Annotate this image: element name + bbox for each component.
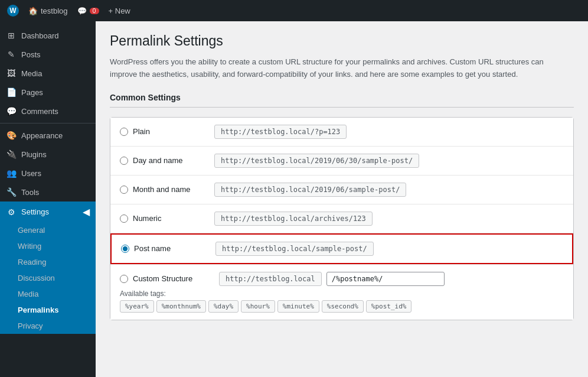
sidebar-item-plugins[interactable]: 🔌 Plugins xyxy=(0,145,96,164)
permalink-radio-day-name[interactable] xyxy=(120,157,128,165)
new-content-button[interactable]: + New xyxy=(109,6,130,15)
permalink-row-day-name: Day and name http://testblog.local/2019/… xyxy=(110,147,573,176)
tag-minute[interactable]: %minute% xyxy=(277,300,319,313)
permalink-url-numeric: http://testblog.local/archives/123 xyxy=(214,212,373,226)
tags-list: %year% %monthnum% %day% %hour% %minute% … xyxy=(120,300,564,313)
sidebar-divider-1 xyxy=(0,123,96,124)
intro-text: WordPress offers you the ability to crea… xyxy=(110,56,570,81)
users-icon: 👥 xyxy=(6,168,17,178)
tag-year[interactable]: %year% xyxy=(120,300,154,313)
custom-url-base: http://testblog.local xyxy=(219,272,322,286)
plugins-icon: 🔌 xyxy=(6,150,17,159)
sidebar-subitem-permalinks[interactable]: Permalinks xyxy=(0,302,96,318)
layout: ⊞ Dashboard ✎ Posts 🖼 Media 📄 Pages 💬 Co… xyxy=(0,21,588,377)
permalink-row-custom: Custom Structure http://testblog.local A… xyxy=(110,264,573,320)
sidebar-subitem-writing[interactable]: Writing xyxy=(0,238,96,254)
main-content: Permalink Settings WordPress offers you … xyxy=(96,21,588,377)
tag-second[interactable]: %second% xyxy=(322,300,364,313)
permalink-label-post-name[interactable]: Post name xyxy=(121,244,215,253)
sidebar-item-comments[interactable]: 💬 Comments xyxy=(0,102,96,121)
common-settings-heading: Common Settings xyxy=(110,93,574,108)
permalink-url-month-name: http://testblog.local/2019/06/sample-pos… xyxy=(214,183,406,197)
settings-icon: ⚙ xyxy=(6,207,17,217)
sidebar-item-users[interactable]: 👥 Users xyxy=(0,164,96,183)
tag-hour[interactable]: %hour% xyxy=(241,300,275,313)
sidebar-subitem-general[interactable]: General xyxy=(0,222,96,238)
permalink-radio-month-name[interactable] xyxy=(120,186,128,194)
sidebar-subitem-media-sub[interactable]: Media xyxy=(0,286,96,302)
sidebar-item-media[interactable]: 🖼 Media xyxy=(0,64,96,83)
permalink-label-plain[interactable]: Plain xyxy=(120,127,214,136)
sidebar-subitem-discussion[interactable]: Discussion xyxy=(0,270,96,286)
sidebar-item-pages[interactable]: 📄 Pages xyxy=(0,83,96,102)
comments-icon: 💬 xyxy=(6,106,17,116)
tag-monthnum[interactable]: %monthnum% xyxy=(156,300,206,313)
page-title: Permalink Settings xyxy=(110,33,574,49)
appearance-icon: 🎨 xyxy=(6,131,17,140)
tag-day[interactable]: %day% xyxy=(208,300,239,313)
tags-section: Available tags: %year% %monthnum% %day% … xyxy=(120,290,564,313)
custom-url-input[interactable] xyxy=(326,272,445,286)
permalink-url-plain: http://testblog.local/?p=123 xyxy=(214,125,347,139)
permalink-row-post-name: Post name http://testblog.local/sample-p… xyxy=(110,233,573,264)
permalink-row-numeric: Numeric http://testblog.local/archives/1… xyxy=(110,204,573,233)
sidebar-subitem-reading[interactable]: Reading xyxy=(0,254,96,270)
sidebar-item-appearance[interactable]: 🎨 Appearance xyxy=(0,126,96,145)
sidebar-item-tools[interactable]: 🔧 Tools xyxy=(0,183,96,202)
settings-arrow: ◀ xyxy=(83,206,90,217)
permalink-label-numeric[interactable]: Numeric xyxy=(120,214,214,223)
permalink-row-month-name: Month and name http://testblog.local/201… xyxy=(110,176,573,204)
settings-submenu: General Writing Reading Discussion Media… xyxy=(0,222,96,334)
dashboard-icon: ⊞ xyxy=(6,31,17,40)
permalink-label-custom[interactable]: Custom Structure xyxy=(120,274,214,283)
topbar: W 🏠 testblog 💬 0 + New xyxy=(0,0,588,21)
permalink-row-plain: Plain http://testblog.local/?p=123 xyxy=(110,118,573,147)
comments-badge: 0 xyxy=(90,8,99,14)
permalink-radio-post-name[interactable] xyxy=(121,245,129,253)
tags-label: Available tags: xyxy=(120,290,564,298)
sidebar-subitem-privacy[interactable]: Privacy xyxy=(0,318,96,334)
permalink-radio-plain[interactable] xyxy=(120,128,128,136)
media-icon: 🖼 xyxy=(6,69,17,78)
sidebar-item-posts[interactable]: ✎ Posts xyxy=(0,45,96,64)
pages-icon: 📄 xyxy=(6,87,17,97)
site-name[interactable]: 🏠 testblog xyxy=(28,6,68,15)
permalink-radio-custom[interactable] xyxy=(120,275,128,283)
comments-link[interactable]: 💬 0 xyxy=(77,6,99,15)
sidebar-item-dashboard[interactable]: ⊞ Dashboard xyxy=(0,26,96,45)
sidebar-item-settings[interactable]: ⚙ Settings ◀ xyxy=(0,202,96,222)
sidebar: ⊞ Dashboard ✎ Posts 🖼 Media 📄 Pages 💬 Co… xyxy=(0,21,96,377)
permalink-label-day-name[interactable]: Day and name xyxy=(120,156,214,165)
permalink-label-month-name[interactable]: Month and name xyxy=(120,185,214,194)
posts-icon: ✎ xyxy=(6,50,17,59)
tools-icon: 🔧 xyxy=(6,187,17,197)
wp-logo[interactable]: W xyxy=(7,5,19,17)
tag-post-id[interactable]: %post_id% xyxy=(366,300,412,313)
permalink-url-day-name: http://testblog.local/2019/06/30/sample-… xyxy=(214,154,419,168)
permalink-radio-numeric[interactable] xyxy=(120,214,128,223)
permalink-url-post-name: http://testblog.local/sample-post/ xyxy=(215,242,374,256)
